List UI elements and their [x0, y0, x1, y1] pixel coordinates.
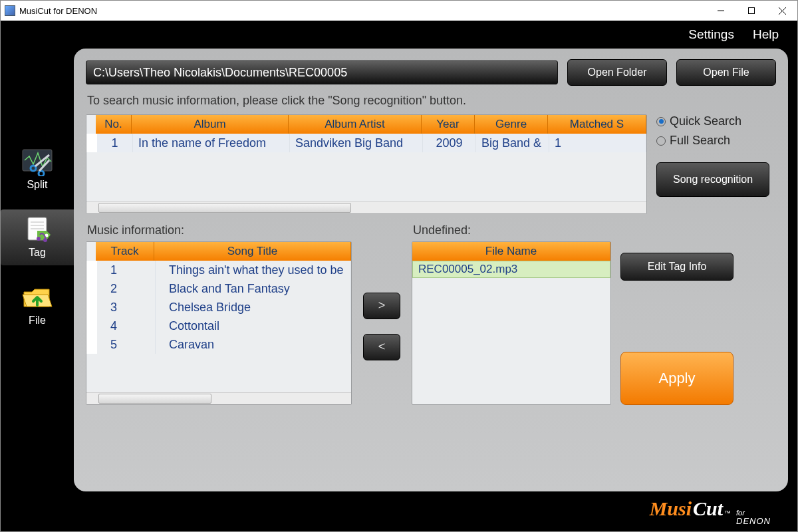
col-title[interactable]: Song Title	[154, 242, 351, 261]
main-panel: C:\Users\Theo Nicolakis\Documents\REC000…	[74, 49, 788, 491]
edit-tag-button[interactable]: Edit Tag Info	[620, 253, 733, 281]
app-icon	[5, 5, 15, 16]
track-row[interactable]: 2Black and Tan Fantasy	[86, 279, 351, 298]
left-nav: Split	[1, 49, 74, 491]
move-left-button[interactable]: <	[363, 334, 400, 360]
path-text: C:\Users\Theo Nicolakis\Documents\REC000…	[93, 66, 347, 80]
file-row[interactable]: REC00005_02.mp3	[412, 261, 610, 278]
apply-button[interactable]: Apply	[620, 352, 733, 405]
undefined-table[interactable]: File Name REC00005_02.mp3	[412, 241, 611, 405]
menu-settings[interactable]: Settings	[688, 27, 734, 42]
album-table[interactable]: No. Album Album Artist Year Genre Matche…	[86, 114, 647, 214]
album-row[interactable]: 1 In the name of Freedom Sandviken Big B…	[86, 134, 646, 152]
path-bar[interactable]: C:\Users\Theo Nicolakis\Documents\REC000…	[86, 61, 558, 84]
tag-icon	[20, 215, 55, 244]
track-row[interactable]: 5Caravan	[86, 335, 351, 354]
quick-search-radio[interactable]: Quick Search	[656, 114, 776, 128]
song-recognition-button[interactable]: Song recognition	[656, 162, 769, 197]
track-row[interactable]: 1Things ain't what they used to be	[86, 261, 351, 279]
nav-file[interactable]: File	[1, 277, 74, 333]
nav-label: File	[29, 315, 46, 327]
move-right-button[interactable]: >	[363, 293, 400, 319]
top-menu: Settings Help	[1, 21, 797, 49]
svg-rect-4	[23, 150, 52, 171]
nav-label: Split	[27, 179, 47, 191]
open-folder-button[interactable]: Open Folder	[567, 59, 667, 86]
radio-icon	[656, 136, 666, 146]
minimize-button[interactable]	[706, 1, 736, 21]
undefined-label: Undefined:	[412, 223, 611, 239]
maximize-button[interactable]	[736, 1, 767, 21]
track-row[interactable]: 3Chelsea Bridge	[86, 298, 351, 317]
svg-point-6	[39, 171, 44, 176]
menu-help[interactable]: Help	[753, 27, 779, 42]
col-artist[interactable]: Album Artist	[289, 115, 422, 134]
scissors-icon	[20, 147, 55, 176]
folder-icon	[20, 283, 55, 312]
col-filename[interactable]: File Name	[412, 242, 610, 261]
nav-label: Tag	[29, 247, 46, 259]
h-scrollbar[interactable]	[86, 201, 646, 213]
music-info-label: Music information:	[86, 223, 352, 239]
nav-tag[interactable]: Tag	[1, 209, 74, 265]
svg-rect-1	[749, 8, 755, 14]
col-no[interactable]: No.	[96, 115, 132, 134]
titlebar: MusiCut for DENON	[1, 1, 797, 21]
full-search-radio[interactable]: Full Search	[656, 134, 776, 148]
h-scrollbar[interactable]	[86, 392, 351, 404]
col-genre[interactable]: Genre	[475, 115, 548, 134]
instruction-text: To search music information, please clic…	[86, 91, 776, 109]
window-title: MusiCut for DENON	[19, 6, 97, 16]
col-matched[interactable]: Matched S	[548, 115, 646, 134]
col-track[interactable]: Track	[96, 242, 154, 261]
radio-icon	[656, 117, 666, 126]
tracks-table[interactable]: Track Song Title 1Things ain't what they…	[86, 241, 352, 405]
open-file-button[interactable]: Open File	[676, 59, 776, 86]
svg-point-15	[43, 238, 47, 242]
track-row[interactable]: 4Cottontail	[86, 317, 351, 335]
brand-logo: MusiCut ™ forDENON	[650, 497, 771, 525]
col-year[interactable]: Year	[422, 115, 475, 134]
col-album[interactable]: Album	[132, 115, 289, 134]
nav-split[interactable]: Split	[1, 142, 74, 198]
close-button[interactable]	[767, 1, 797, 21]
footer: MusiCut ™ forDENON	[1, 491, 797, 531]
svg-point-14	[37, 237, 41, 241]
